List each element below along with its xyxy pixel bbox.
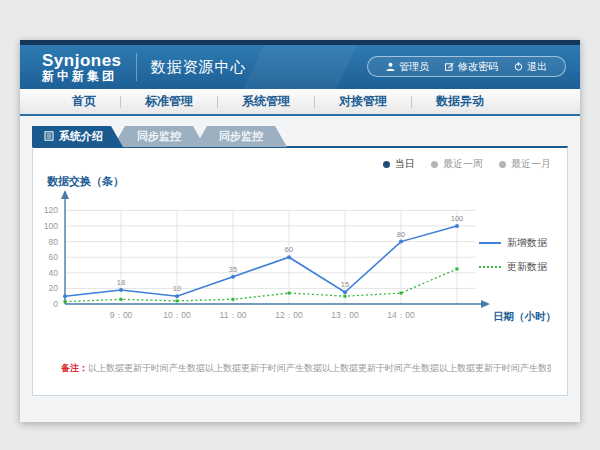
svg-text:60: 60 [49, 252, 59, 262]
legend-item-new-data[interactable]: 新增数据 [479, 236, 559, 250]
svg-text:10: 10 [173, 284, 181, 293]
svg-text:60: 60 [285, 245, 293, 254]
admin-user-button[interactable]: 管理员 [378, 60, 437, 74]
tab-system-intro[interactable]: 系统介绍 [32, 126, 123, 147]
range-label: 最近一周 [443, 157, 483, 171]
svg-text:13：00: 13：00 [331, 310, 359, 320]
document-icon [44, 131, 54, 143]
svg-text:80: 80 [397, 230, 405, 239]
nav-item-system-mgmt[interactable]: 系统管理 [218, 93, 314, 110]
svg-text:80: 80 [49, 237, 59, 247]
svg-text:120: 120 [44, 205, 58, 215]
header: Synjones 新中新集团 数据资源中心 管理员 修改密码 退出 [20, 45, 580, 89]
footnote-text: 以上数据更新于时间产生数据以上数据更新于时间产生数据以上数据更新于时间产生数据以… [88, 363, 551, 373]
svg-text:14：00: 14：00 [387, 310, 415, 320]
legend-label: 新增数据 [507, 236, 547, 250]
content-area: 系统介绍 同步监控 同步监控 当日 最近一周 [20, 116, 580, 420]
solid-line-icon [479, 242, 501, 244]
range-label: 最近一月 [511, 157, 551, 171]
footnote: 备注：以上数据更新于时间产生数据以上数据更新于时间产生数据以上数据更新于时间产生… [61, 362, 551, 375]
user-actions: 管理员 修改密码 退出 [367, 56, 566, 77]
tab-bar: 系统介绍 同步监控 同步监控 [32, 126, 287, 147]
nav-item-home[interactable]: 首页 [48, 93, 120, 110]
change-password-label: 修改密码 [458, 60, 498, 74]
radio-dot-icon [499, 161, 506, 168]
svg-text:100: 100 [451, 214, 464, 223]
nav-item-data-change[interactable]: 数据异动 [412, 93, 508, 110]
range-label: 当日 [395, 157, 415, 171]
nav-item-interface-mgmt[interactable]: 对接管理 [315, 93, 411, 110]
radio-dot-icon [431, 161, 438, 168]
svg-text:9：00: 9：00 [110, 310, 133, 320]
logo-text: Synjones [42, 52, 122, 70]
logout-label: 退出 [527, 60, 547, 74]
radio-dot-icon [383, 161, 390, 168]
logo-subtext: 新中新集团 [42, 70, 122, 83]
nav-item-standard-mgmt[interactable]: 标准管理 [121, 93, 217, 110]
logout-button[interactable]: 退出 [506, 60, 555, 74]
chart-panel: 当日 最近一周 最近一月 数据交换（条） 0204060801001209：00… [32, 146, 568, 396]
legend-label: 更新数据 [507, 260, 547, 274]
app-window: Synjones 新中新集团 数据资源中心 管理员 修改密码 退出 首页 标准管… [20, 40, 580, 422]
chart-legend: 新增数据 更新数据 [479, 236, 559, 284]
main-nav: 首页 标准管理 系统管理 对接管理 数据异动 [20, 89, 580, 116]
svg-text:日期（小时）: 日期（小时） [493, 310, 556, 323]
tab-label: 系统介绍 [59, 129, 103, 144]
legend-item-updated-data[interactable]: 更新数据 [479, 260, 559, 274]
page-title: 数据资源中心 [151, 58, 247, 77]
range-option-last-week[interactable]: 最近一周 [431, 157, 483, 171]
range-option-last-month[interactable]: 最近一月 [499, 157, 551, 171]
svg-text:35: 35 [229, 265, 237, 274]
svg-text:12：00: 12：00 [275, 310, 303, 320]
user-icon [386, 62, 395, 71]
svg-text:40: 40 [49, 268, 59, 278]
admin-user-label: 管理员 [399, 60, 429, 74]
tab-label: 同步监控 [219, 129, 263, 144]
svg-text:10：00: 10：00 [163, 310, 191, 320]
footnote-prefix: 备注： [61, 363, 88, 373]
dotted-line-icon [479, 266, 501, 268]
svg-text:100: 100 [44, 221, 58, 231]
svg-text:18: 18 [117, 278, 125, 287]
time-range-selector: 当日 最近一周 最近一月 [383, 157, 551, 171]
change-password-button[interactable]: 修改密码 [437, 60, 506, 74]
svg-text:11：00: 11：00 [220, 310, 247, 320]
header-divider [136, 53, 137, 81]
tab-sync-monitor-1[interactable]: 同步监控 [113, 126, 205, 147]
tab-sync-monitor-2[interactable]: 同步监控 [195, 126, 287, 147]
edit-icon [445, 62, 454, 71]
company-logo: Synjones 新中新集团 [20, 52, 122, 82]
range-option-today[interactable]: 当日 [383, 157, 415, 171]
svg-text:0: 0 [53, 299, 58, 309]
svg-text:15: 15 [341, 280, 349, 289]
logout-icon [514, 62, 523, 71]
svg-text:20: 20 [49, 283, 59, 293]
tab-label: 同步监控 [137, 129, 181, 144]
